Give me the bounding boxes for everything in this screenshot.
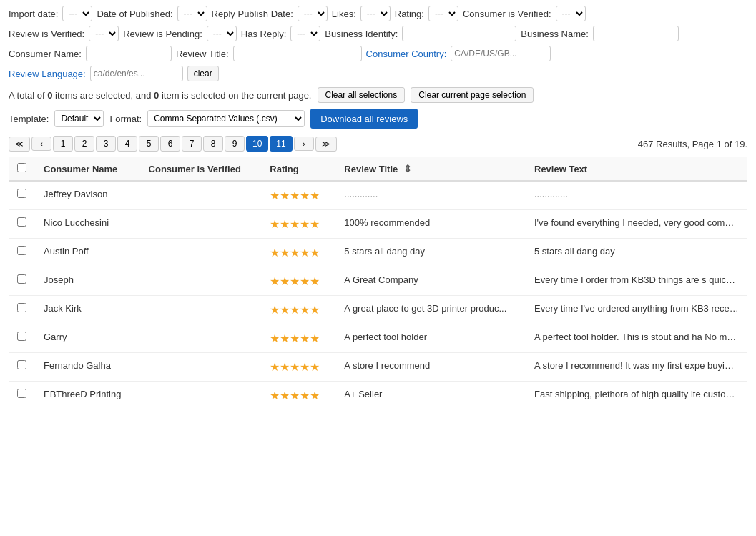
template-format-row: Template: Default Format: Comma Separate… bbox=[9, 109, 747, 129]
row-checkbox[interactable] bbox=[17, 274, 26, 284]
star-icon: ★ bbox=[280, 247, 290, 259]
download-all-reviews-button[interactable]: Download all reviews bbox=[310, 109, 418, 129]
first-page-button[interactable]: ≪ bbox=[9, 137, 30, 152]
format-select[interactable]: Comma Separated Values (.csv) bbox=[147, 110, 305, 127]
review-text-cell: Every time I order from KB3D things are … bbox=[526, 267, 747, 296]
row-checkbox-cell bbox=[9, 353, 35, 382]
consumer-verified-cell bbox=[140, 382, 262, 410]
select-all-checkbox[interactable] bbox=[17, 163, 26, 172]
review-title-sort-icon[interactable]: ⇕ bbox=[403, 163, 412, 174]
row-checkbox[interactable] bbox=[17, 217, 26, 227]
page-3-button[interactable]: 3 bbox=[96, 136, 116, 152]
star-icon: ★ bbox=[290, 247, 300, 259]
row-checkbox[interactable] bbox=[17, 189, 26, 198]
page-9-button[interactable]: 9 bbox=[225, 136, 245, 152]
reply-publish-select[interactable]: --- bbox=[298, 6, 328, 21]
page-5-button[interactable]: 5 bbox=[139, 136, 159, 152]
clear-all-selections-button[interactable]: Clear all selections bbox=[318, 87, 406, 103]
consumer-name-header: Consumer Name bbox=[35, 157, 140, 181]
pagination-row: ≪ ‹ 1 2 3 4 5 6 7 8 9 10 11 › ≫ 467 Resu… bbox=[9, 136, 747, 152]
row-checkbox[interactable] bbox=[17, 389, 26, 398]
row-checkbox[interactable] bbox=[17, 332, 26, 341]
review-pending-label: Review is Pending: bbox=[123, 29, 202, 39]
consumer-name-input[interactable] bbox=[86, 46, 172, 61]
star-icon: ★ bbox=[300, 361, 310, 373]
row-checkbox[interactable] bbox=[17, 303, 26, 312]
star-icon: ★ bbox=[290, 389, 300, 402]
consumer-verified-select[interactable]: --- bbox=[556, 6, 586, 21]
review-title-input[interactable] bbox=[233, 46, 362, 61]
selection-row: A total of 0 items are selected, and 0 i… bbox=[9, 87, 747, 103]
star-icon: ★ bbox=[300, 189, 310, 202]
consumer-verified-header: Consumer is Verified bbox=[140, 157, 262, 181]
row-checkbox-cell bbox=[9, 181, 35, 210]
rating-label: Rating: bbox=[395, 9, 424, 19]
page-8-button[interactable]: 8 bbox=[203, 136, 223, 152]
review-title-cell: A great place to get 3D printer produc..… bbox=[335, 296, 526, 324]
star-icon: ★ bbox=[290, 218, 300, 230]
table-row: Fernando Galha★★★★★A store I recommendA … bbox=[9, 353, 747, 382]
star-icon: ★ bbox=[310, 389, 320, 402]
business-identify-label: Business Identify: bbox=[325, 29, 398, 39]
business-name-input[interactable] bbox=[593, 26, 679, 41]
page-7-button[interactable]: 7 bbox=[182, 136, 202, 152]
review-language-input[interactable] bbox=[90, 66, 183, 81]
consumer-verified-cell bbox=[140, 210, 262, 239]
review-pending-select[interactable]: --- bbox=[207, 26, 237, 41]
review-title-header: Review Title ⇕ bbox=[335, 157, 526, 181]
consumer-name-cell: Fernando Galha bbox=[35, 353, 140, 382]
row-checkbox[interactable] bbox=[17, 360, 26, 369]
review-title-cell: A store I recommend bbox=[335, 353, 526, 382]
page-10-button[interactable]: 10 bbox=[246, 136, 268, 152]
page-1-button[interactable]: 1 bbox=[53, 136, 73, 152]
star-icon: ★ bbox=[310, 275, 320, 287]
row-checkbox-cell bbox=[9, 210, 35, 239]
star-icon: ★ bbox=[270, 247, 280, 259]
consumer-verified-cell bbox=[140, 353, 262, 382]
star-icon: ★ bbox=[290, 361, 300, 373]
consumer-verified-cell bbox=[140, 239, 262, 267]
clear-page-selection-button[interactable]: Clear current page selection bbox=[411, 87, 534, 103]
page-4-button[interactable]: 4 bbox=[117, 136, 137, 152]
page-2-button[interactable]: 2 bbox=[74, 136, 94, 152]
page-6-button[interactable]: 6 bbox=[160, 136, 180, 152]
consumer-name-cell: Jeffrey Davison bbox=[35, 181, 140, 210]
consumer-name-cell: EBThreeD Printing bbox=[35, 382, 140, 410]
has-reply-label: Has Reply: bbox=[241, 29, 287, 39]
table-row: Garry★★★★★A perfect tool holderA perfect… bbox=[9, 324, 747, 353]
likes-select[interactable]: --- bbox=[360, 6, 391, 21]
star-icon: ★ bbox=[280, 389, 290, 402]
has-reply-select[interactable]: --- bbox=[290, 26, 320, 41]
template-select[interactable]: Default bbox=[54, 110, 104, 127]
table-row: EBThreeD Printing★★★★★A+ SellerFast ship… bbox=[9, 382, 747, 410]
prev-page-button[interactable]: ‹ bbox=[31, 137, 51, 151]
filter-row-3: Consumer Name: Review Title: Consumer Co… bbox=[9, 46, 747, 61]
table-row: Nico Lucchesini★★★★★100% recommendedI've… bbox=[9, 210, 747, 239]
import-date-select[interactable]: --- bbox=[62, 6, 92, 21]
review-verified-select[interactable]: --- bbox=[89, 26, 119, 41]
review-text-header: Review Text bbox=[526, 157, 747, 181]
selection-message: A total of 0 items are selected, and 0 i… bbox=[9, 90, 312, 101]
row-checkbox[interactable] bbox=[17, 246, 26, 255]
clear-button[interactable]: clear bbox=[187, 66, 219, 81]
business-identify-input[interactable] bbox=[402, 26, 516, 41]
consumer-name-cell: Garry bbox=[35, 324, 140, 353]
consumer-country-input[interactable] bbox=[451, 46, 551, 61]
filter-row-1: Import date: --- Date of Published: --- … bbox=[9, 6, 747, 21]
rating-cell: ★★★★★ bbox=[261, 382, 335, 410]
star-icon: ★ bbox=[280, 218, 290, 230]
rating-cell: ★★★★★ bbox=[261, 210, 335, 239]
published-select[interactable]: --- bbox=[177, 6, 207, 21]
rating-cell: ★★★★★ bbox=[261, 296, 335, 324]
review-title-cell: 100% recommended bbox=[335, 210, 526, 239]
star-icon: ★ bbox=[290, 304, 300, 316]
star-icon: ★ bbox=[310, 332, 320, 344]
next-page-button[interactable]: › bbox=[294, 137, 314, 151]
page-11-button[interactable]: 11 bbox=[270, 136, 292, 152]
star-icon: ★ bbox=[270, 218, 280, 230]
star-icon: ★ bbox=[270, 189, 280, 202]
last-page-button[interactable]: ≫ bbox=[315, 137, 337, 152]
rating-select[interactable]: --- bbox=[428, 6, 458, 21]
star-icon: ★ bbox=[270, 332, 280, 344]
reply-publish-label: Reply Publish Date: bbox=[212, 9, 293, 19]
